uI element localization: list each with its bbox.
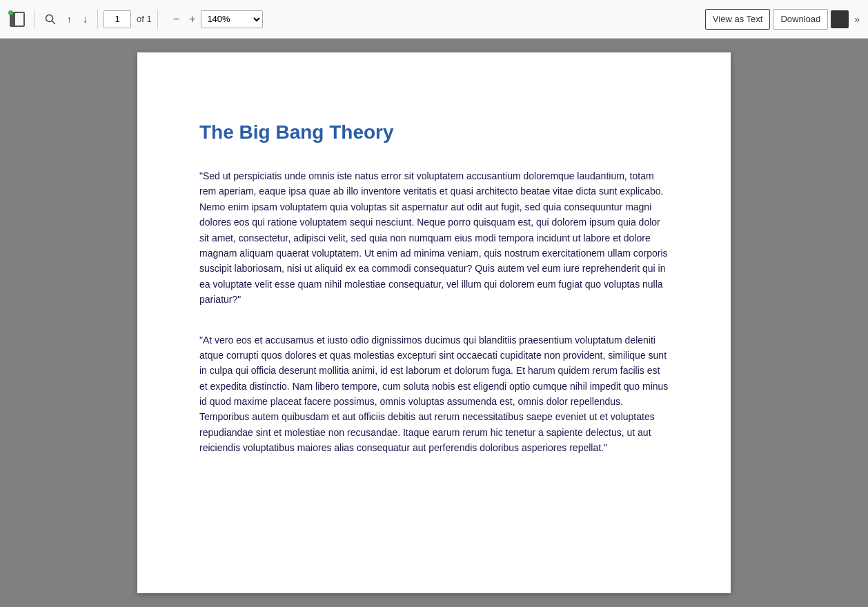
divider-1 — [34, 10, 35, 29]
arrow-down-button[interactable]: ↓ — [79, 11, 92, 28]
expand-button[interactable]: » — [851, 11, 862, 28]
zoom-out-button[interactable]: − — [169, 12, 184, 26]
pdf-page: The Big Bang Theory "Sed ut perspiciatis… — [137, 52, 731, 593]
document-paragraph-1: "Sed ut perspiciatis unde omnis iste nat… — [199, 168, 669, 308]
arrow-up-button[interactable]: ↑ — [63, 11, 76, 28]
sidebar-icon — [10, 12, 25, 27]
arrow-down-icon: ↓ — [83, 14, 88, 25]
zoom-controls: − + 50% 75% 100% 125% 140% 150% 175% 200… — [169, 10, 264, 28]
download-button[interactable]: Download — [773, 9, 828, 30]
zoom-in-button[interactable]: + — [185, 12, 199, 26]
search-button[interactable] — [41, 11, 60, 28]
arrow-up-icon: ↑ — [67, 14, 72, 25]
sidebar-toggle-button[interactable] — [6, 9, 29, 30]
toolbar-left: ↑ ↓ of 1 − + 50% 75% 100% 125% 140% 150%… — [6, 9, 702, 30]
divider-2 — [97, 10, 98, 29]
zoom-select[interactable]: 50% 75% 100% 125% 140% 150% 175% 200% — [201, 10, 263, 28]
view-as-text-button[interactable]: View as Text — [705, 9, 771, 30]
toolbar-right: View as Text Download » — [705, 9, 862, 30]
pdf-scroll-area[interactable]: The Big Bang Theory "Sed ut perspiciatis… — [0, 39, 868, 607]
divider-3 — [157, 10, 158, 29]
search-icon — [45, 14, 56, 25]
page-total-label: of 1 — [137, 14, 152, 24]
pdf-viewer-container: The Big Bang Theory "Sed ut perspiciatis… — [0, 39, 868, 607]
color-mode-button[interactable] — [831, 10, 849, 28]
toolbar: ↑ ↓ of 1 − + 50% 75% 100% 125% 140% 150%… — [0, 0, 868, 39]
svg-line-1 — [52, 21, 55, 23]
document-paragraph-2: "At vero eos et accusamus et iusto odio … — [199, 332, 669, 456]
page-number-input[interactable] — [103, 10, 131, 28]
document-title: The Big Bang Theory — [199, 121, 669, 143]
